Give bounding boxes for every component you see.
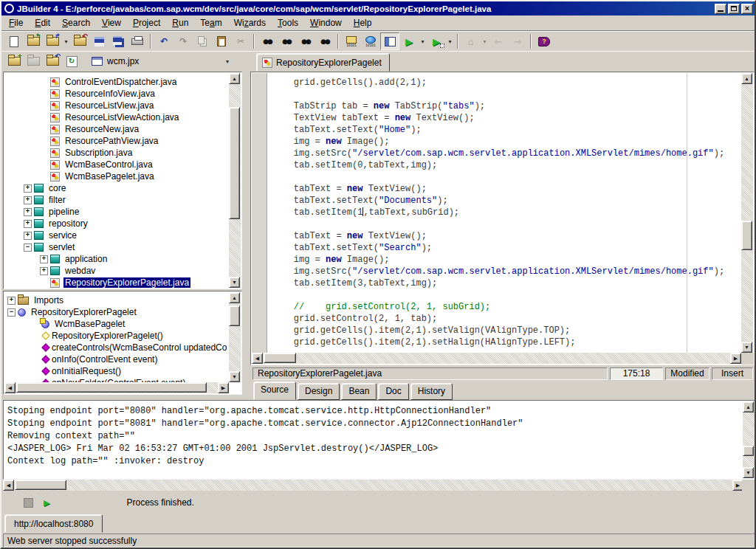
cut-button[interactable]: ✂ <box>231 32 250 50</box>
tab-history[interactable]: History <box>410 383 453 400</box>
tree-item[interactable]: +service <box>4 229 229 241</box>
scroll-up-button[interactable]: ▲ <box>229 73 240 84</box>
tree-item[interactable]: +filter <box>4 194 229 206</box>
tree-item[interactable]: Subscription.java <box>4 147 229 159</box>
tree-item[interactable]: −servlet <box>4 241 229 253</box>
expand-box[interactable]: + <box>24 184 32 193</box>
structure-tree[interactable]: +Imports−RepositoryExplorerPageletWcmBas… <box>4 292 229 382</box>
tree-item[interactable]: ResourceInfoView.java <box>4 88 229 100</box>
undo-button[interactable]: ↶ <box>154 32 173 50</box>
structure-item[interactable]: onNewFolder(ControlEvent event) <box>4 377 229 382</box>
stop-process-icon[interactable] <box>24 498 33 508</box>
close-button[interactable]: × <box>741 4 753 14</box>
console-scrollbar-h[interactable]: ◀ ▶ <box>3 480 743 491</box>
remove-from-project-button[interactable] <box>24 52 43 70</box>
help-button[interactable]: ? <box>535 32 554 50</box>
tree-item[interactable]: WcmBasePagelet.java <box>4 170 229 182</box>
menu-item-run[interactable]: Run <box>166 15 194 30</box>
reopen-dropdown[interactable]: ▾ <box>62 32 70 50</box>
scroll-down-button[interactable]: ▼ <box>741 342 752 353</box>
redo-button[interactable]: ↷ <box>173 32 193 50</box>
minimize-button[interactable] <box>715 4 726 14</box>
tab-bean[interactable]: Bean <box>341 383 377 400</box>
scroll-thumb[interactable] <box>264 353 296 363</box>
editor-scrollbar-v[interactable]: ▲ ▼ <box>741 73 753 353</box>
scroll-up-button[interactable]: ▲ <box>229 292 240 303</box>
search-again-button[interactable]: ●● <box>296 32 315 50</box>
rebuild-project-button[interactable]: 10101 <box>361 32 380 50</box>
scroll-thumb[interactable] <box>229 305 240 326</box>
expand-box[interactable]: + <box>40 267 48 275</box>
content-tab-repositoryexplorerpagelet[interactable]: RepositoryExplorerPagelet <box>256 53 390 72</box>
tree-item[interactable]: WcmBaseControl.java <box>4 159 229 170</box>
expand-box[interactable]: − <box>7 308 16 317</box>
project-tree-scrollbar[interactable]: ▲ ▼ <box>229 73 241 288</box>
scroll-left-button[interactable]: ◀ <box>3 480 14 491</box>
menu-item-file[interactable]: File <box>3 15 29 30</box>
structure-item[interactable]: WcmBasePagelet <box>4 318 229 330</box>
scroll-thumb[interactable] <box>229 107 240 219</box>
code-area[interactable]: grid.getCells().add(2,1); TabStrip tab =… <box>268 73 741 353</box>
scroll-down-button[interactable]: ▼ <box>743 467 754 478</box>
tab-localhost-8080[interactable]: http://localhost:8080 <box>4 514 103 533</box>
menu-item-edit[interactable]: Edit <box>29 15 56 30</box>
scroll-thumb[interactable] <box>15 480 66 490</box>
tree-item[interactable]: +core <box>4 182 229 194</box>
expand-box[interactable]: + <box>24 196 32 204</box>
close-project-button[interactable]: ↶ <box>70 32 89 50</box>
chevron-down-icon[interactable]: ▾ <box>226 58 232 65</box>
tree-item[interactable]: ControlEventDispatcher.java <box>4 76 229 88</box>
menu-item-tools[interactable]: Tools <box>272 15 304 30</box>
project-tree[interactable]: ControlEventDispatcher.javaResourceInfoV… <box>4 73 229 288</box>
structure-item[interactable]: −RepositoryExplorerPagelet <box>4 306 229 318</box>
menu-item-view[interactable]: View <box>96 15 127 30</box>
menu-item-search[interactable]: Search <box>56 15 96 30</box>
console-output[interactable]: Stoping endpoint port="8080" handler="or… <box>4 401 743 478</box>
debug-dropdown[interactable]: ▾ <box>446 32 454 50</box>
tab-doc[interactable]: Doc <box>378 383 408 400</box>
copy-button[interactable] <box>193 32 212 50</box>
toggle-panes-button[interactable] <box>380 32 399 50</box>
forward-button[interactable]: → <box>508 32 527 50</box>
reopen-button[interactable]: ↱ <box>43 32 62 50</box>
tab-design[interactable]: Design <box>298 383 340 400</box>
back-button[interactable]: ← <box>489 32 508 50</box>
main-splitter[interactable] <box>242 72 250 395</box>
add-to-project-button[interactable]: + <box>4 52 24 70</box>
tree-item[interactable]: RepositoryExplorerPagelet.java <box>4 277 229 288</box>
tab-source[interactable]: Source <box>253 381 296 400</box>
replace-button[interactable]: ●● <box>277 32 296 50</box>
home-button[interactable]: ⌂ <box>461 32 481 50</box>
tree-item[interactable]: +webdav <box>4 265 229 277</box>
save-button[interactable] <box>89 32 109 50</box>
structure-scrollbar-h[interactable]: ◀ ▶ <box>4 382 229 393</box>
scroll-right-button[interactable]: ▶ <box>730 353 741 364</box>
tree-item[interactable]: ResourceListViewAction.java <box>4 111 229 123</box>
tree-item[interactable]: ResourcePathView.java <box>4 135 229 147</box>
tree-item[interactable]: +application <box>4 253 229 265</box>
tree-item[interactable]: +pipeline <box>4 206 229 218</box>
scroll-thumb[interactable] <box>741 221 752 250</box>
rerun-button[interactable]: ▶ <box>44 497 49 508</box>
menu-item-team[interactable]: Team <box>194 15 227 30</box>
expand-box[interactable]: + <box>24 208 32 216</box>
structure-scrollbar-v[interactable]: ▲ ▼ <box>229 292 241 382</box>
expand-box[interactable]: + <box>24 220 32 228</box>
open-project-button[interactable]: ↰ <box>24 32 43 50</box>
menu-item-wizards[interactable]: Wizards <box>228 15 272 30</box>
scroll-thumb[interactable] <box>16 382 207 393</box>
scroll-up-button[interactable]: ▲ <box>741 73 752 84</box>
editor-scrollbar-h[interactable]: ◀ ▶ <box>252 353 741 364</box>
new-button[interactable] <box>4 32 24 50</box>
tree-item[interactable]: ResourceNew.java <box>4 123 229 135</box>
scroll-down-button[interactable]: ▼ <box>229 277 240 288</box>
search-path-button[interactable]: ●● <box>315 32 334 50</box>
expand-box[interactable]: + <box>7 297 16 305</box>
make-project-button[interactable]: 10101 <box>342 32 361 50</box>
scroll-left-button[interactable]: ◀ <box>252 353 263 364</box>
console-scrollbar-v[interactable]: ▲ ▼ <box>743 401 755 478</box>
refresh-button[interactable]: ↻ <box>62 52 81 70</box>
project-selector[interactable]: wcm.jpx ▾ <box>92 56 232 66</box>
save-all-button[interactable] <box>109 32 128 50</box>
expand-box[interactable]: + <box>40 255 48 263</box>
